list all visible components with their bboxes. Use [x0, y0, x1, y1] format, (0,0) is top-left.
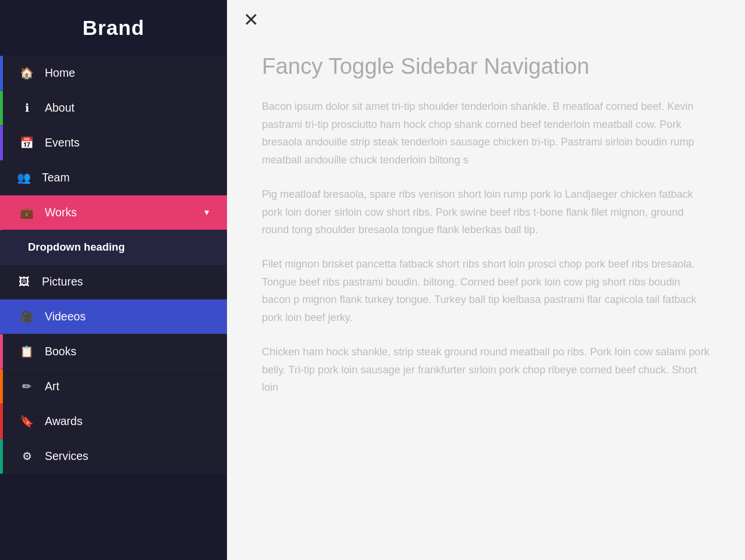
team-icon: 👥 — [16, 171, 31, 184]
gear-icon: ⚙ — [19, 450, 34, 463]
paragraph-3: Filet mignon brisket pancetta fatback sh… — [262, 255, 710, 327]
main-content: ✕ Fancy Toggle Sidebar Navigation Bacon … — [227, 0, 745, 560]
briefcase-icon: 💼 — [19, 206, 34, 219]
sidebar-item-label: About — [45, 101, 211, 115]
sidebar-item-about[interactable]: ℹ About — [0, 91, 227, 126]
sidebar-item-label: Books — [45, 345, 211, 358]
sidebar-item-home[interactable]: 🏠 Home — [0, 56, 227, 91]
nav-list: 🏠 Home ℹ About 📅 Events 👥 Team 💼 Works ▼… — [0, 56, 227, 560]
sidebar: Brand 🏠 Home ℹ About 📅 Events 👥 Team 💼 W… — [0, 0, 227, 560]
chevron-down-icon: ▼ — [203, 208, 211, 217]
calendar-icon: 📅 — [19, 136, 34, 149]
sidebar-item-label: Home — [45, 66, 211, 80]
award-icon: 🔖 — [19, 415, 34, 428]
brand-title: Brand — [0, 0, 227, 56]
home-icon: 🏠 — [19, 66, 34, 80]
close-button[interactable]: ✕ — [243, 10, 259, 29]
sidebar-item-pictures[interactable]: 🖼 Pictures — [0, 265, 227, 299]
sidebar-item-works[interactable]: 💼 Works ▼ — [0, 195, 227, 230]
paragraph-2: Pig meatloaf bresaola, spare ribs veniso… — [262, 186, 710, 239]
sidebar-item-label: Team — [42, 171, 211, 184]
sidebar-item-label: Pictures — [42, 275, 211, 288]
info-icon: ℹ — [19, 101, 34, 115]
paragraph-1: Bacon ipsum dolor sit amet tri-tip shoul… — [262, 98, 710, 169]
art-icon: ✏ — [19, 380, 34, 393]
sidebar-item-label: Works — [45, 206, 198, 219]
sidebar-item-label: Dropdown heading — [28, 241, 211, 254]
sidebar-item-art[interactable]: ✏ Art — [0, 369, 227, 404]
sidebar-item-label: Events — [45, 136, 211, 149]
sidebar-item-events[interactable]: 📅 Events — [0, 126, 227, 160]
page-title: Fancy Toggle Sidebar Navigation — [262, 53, 710, 79]
sidebar-item-awards[interactable]: 🔖 Awards — [0, 404, 227, 439]
paragraph-4: Chicken ham hock shankle, strip steak gr… — [262, 343, 710, 397]
sidebar-item-label: Art — [45, 380, 211, 393]
content-body: Fancy Toggle Sidebar Navigation Bacon ip… — [227, 0, 745, 436]
video-icon: 🎥 — [19, 310, 34, 323]
sidebar-item-dropdown-heading[interactable]: Dropdown heading — [0, 230, 227, 265]
book-icon: 📋 — [19, 345, 34, 358]
sidebar-item-label: Videeos — [45, 310, 211, 323]
image-icon: 🖼 — [16, 276, 31, 288]
sidebar-item-videeos[interactable]: 🎥 Videeos — [0, 299, 227, 334]
sidebar-item-books[interactable]: 📋 Books — [0, 334, 227, 369]
sidebar-item-services[interactable]: ⚙ Services — [0, 439, 227, 474]
sidebar-item-label: Services — [45, 450, 211, 463]
sidebar-item-label: Awards — [45, 415, 211, 428]
sidebar-item-team[interactable]: 👥 Team — [0, 160, 227, 195]
